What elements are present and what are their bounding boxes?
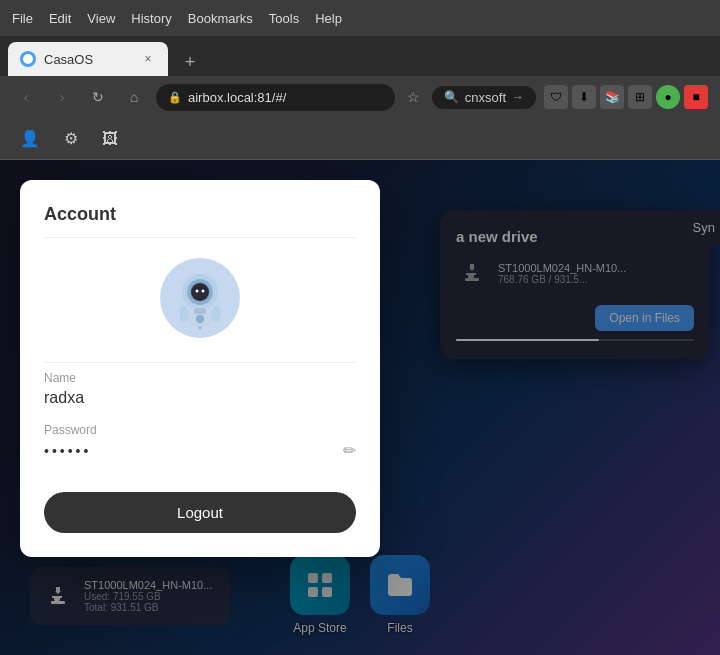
tab-close-button[interactable]: × xyxy=(140,51,156,67)
avatar-section xyxy=(44,258,356,338)
image-icon[interactable]: 🖼 xyxy=(94,126,126,152)
bookmarks-ext-icon[interactable]: 📚 xyxy=(600,85,624,109)
svg-point-17 xyxy=(198,326,202,330)
menu-tools[interactable]: Tools xyxy=(269,11,299,26)
browser-tab[interactable]: CasaOS × xyxy=(8,42,168,76)
bookmark-star-icon[interactable]: ☆ xyxy=(403,85,424,109)
menu-file[interactable]: File xyxy=(12,11,33,26)
account-modal: Account xyxy=(20,180,380,557)
svg-point-14 xyxy=(211,306,221,322)
name-label: Name xyxy=(44,371,356,385)
edit-password-icon[interactable]: ✏ xyxy=(343,441,356,460)
menu-bookmarks[interactable]: Bookmarks xyxy=(188,11,253,26)
back-button[interactable]: ‹ xyxy=(12,83,40,111)
modal-title: Account xyxy=(44,204,356,238)
logout-button[interactable]: Logout xyxy=(44,492,356,533)
download-ext-icon[interactable]: ⬇ xyxy=(572,85,596,109)
svg-point-13 xyxy=(179,306,189,322)
menu-bar: File Edit View History Bookmarks Tools H… xyxy=(0,0,720,36)
address-bar: ‹ › ↻ ⌂ 🔒 airbox.local:81/#/ ☆ 🔍 cnxsoft… xyxy=(0,76,720,118)
search-box[interactable]: 🔍 cnxsoft → xyxy=(432,86,536,109)
menu-view[interactable]: View xyxy=(87,11,115,26)
modal-overlay: Account xyxy=(0,160,720,655)
password-value: •••••• xyxy=(44,443,91,459)
svg-point-11 xyxy=(202,290,205,293)
green-ext-icon[interactable]: ● xyxy=(656,85,680,109)
menu-history[interactable]: History xyxy=(131,11,171,26)
name-field-group: Name radxa xyxy=(44,371,356,407)
password-label: Password xyxy=(44,423,356,437)
password-row: •••••• ✏ xyxy=(44,441,356,460)
section-divider xyxy=(44,362,356,363)
refresh-button[interactable]: ↻ xyxy=(84,83,112,111)
password-field-group: Password •••••• ✏ xyxy=(44,423,356,460)
tab-favicon xyxy=(20,51,36,67)
forward-button[interactable]: › xyxy=(48,83,76,111)
browser-toolbar: 👤 ⚙ 🖼 xyxy=(0,118,720,160)
avatar xyxy=(160,258,240,338)
menu-help[interactable]: Help xyxy=(315,11,342,26)
lock-icon: 🔒 xyxy=(168,91,182,104)
address-input[interactable]: 🔒 airbox.local:81/#/ xyxy=(156,84,395,111)
search-text: cnxsoft xyxy=(465,90,506,105)
home-button[interactable]: ⌂ xyxy=(120,83,148,111)
tune-icon[interactable]: ⚙ xyxy=(56,125,86,152)
person-icon[interactable]: 👤 xyxy=(12,125,48,152)
page-content: Healthy Used: 0 Bytes Total: 0 Bytes ST1… xyxy=(0,160,720,655)
tab-title: CasaOS xyxy=(44,52,132,67)
menu-edit[interactable]: Edit xyxy=(49,11,71,26)
layout-ext-icon[interactable]: ⊞ xyxy=(628,85,652,109)
forward-arrow-icon: → xyxy=(512,90,524,104)
url-text: airbox.local:81/#/ xyxy=(188,90,286,105)
svg-point-10 xyxy=(196,290,199,293)
svg-point-16 xyxy=(196,315,204,323)
name-value: radxa xyxy=(44,389,356,407)
svg-point-9 xyxy=(191,283,209,301)
tab-bar: CasaOS × + xyxy=(0,36,720,76)
astronaut-illustration xyxy=(164,262,236,334)
red-ext-icon[interactable]: ■ xyxy=(684,85,708,109)
new-tab-button[interactable]: + xyxy=(176,48,204,76)
extension-icons: 🛡 ⬇ 📚 ⊞ ● ■ xyxy=(544,85,708,109)
search-icon: 🔍 xyxy=(444,90,459,104)
svg-rect-15 xyxy=(194,308,206,314)
shield-ext-icon[interactable]: 🛡 xyxy=(544,85,568,109)
